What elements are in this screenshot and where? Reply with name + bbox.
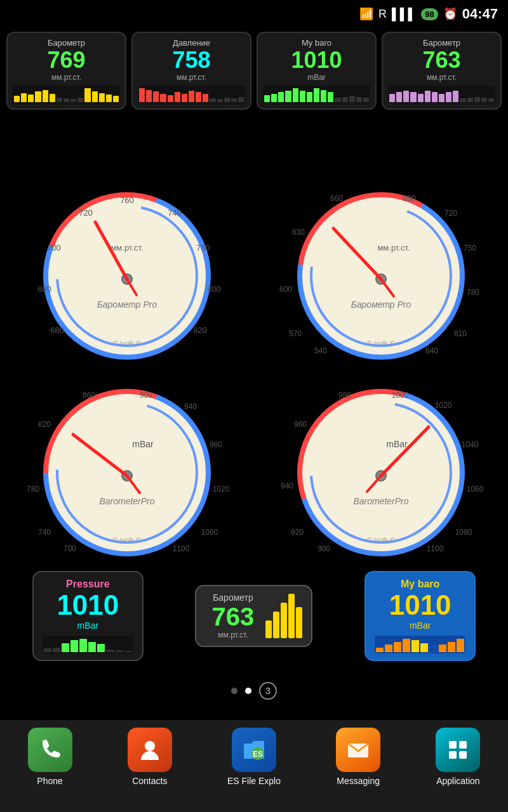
- svg-text:900: 900: [140, 391, 152, 400]
- svg-text:1040: 1040: [462, 440, 479, 449]
- gauge-2[interactable]: 690 720 660 630 750 780 810 600 570 540 …: [267, 184, 495, 368]
- svg-text:540: 540: [314, 346, 327, 355]
- svg-text:600: 600: [279, 285, 292, 294]
- application-icon[interactable]: [436, 728, 480, 772]
- page-dot-1[interactable]: [231, 688, 237, 694]
- svg-text:BarometerPro: BarometerPro: [99, 496, 154, 506]
- widget-3-value: 1010: [291, 49, 342, 72]
- svg-text:960: 960: [294, 420, 307, 429]
- svg-text:ES: ES: [253, 750, 263, 759]
- gauge-2-svg: 690 720 660 630 750 780 810 600 570 540 …: [273, 187, 489, 365]
- widget-pressure-1[interactable]: Давление 758 мм.рт.ст.: [131, 32, 251, 110]
- svg-text:1060: 1060: [467, 485, 484, 494]
- widget-3-unit: mBar: [307, 73, 326, 82]
- widget-bottom-2-vbars: [265, 594, 302, 638]
- widget-bottom-3-value: 1010: [389, 590, 451, 620]
- svg-text:© ivolk ©: © ivolk ©: [367, 339, 395, 347]
- svg-rect-88: [449, 751, 457, 759]
- page-dot-3[interactable]: 3: [259, 682, 277, 700]
- svg-rect-87: [459, 741, 467, 749]
- dock-phone[interactable]: Phone: [28, 728, 72, 786]
- svg-text:740: 740: [38, 528, 51, 537]
- dock-es[interactable]: ES ES File Explo: [227, 728, 281, 786]
- svg-text:820: 820: [38, 420, 51, 429]
- widget-2-barchart: [138, 86, 245, 103]
- svg-text:мм.рт.ст.: мм.рт.ст.: [110, 243, 143, 252]
- svg-text:750: 750: [464, 244, 476, 252]
- svg-text:920: 920: [291, 528, 304, 537]
- svg-text:1060: 1060: [201, 528, 218, 537]
- widget-bottom-3-bars: [375, 636, 465, 653]
- widget-2-label: Давление: [173, 38, 210, 48]
- svg-text:© ivolk ©: © ivolk ©: [367, 536, 395, 544]
- widget-1-value: 769: [47, 49, 85, 72]
- widget-4-label: Барометр: [423, 38, 460, 48]
- widget-1-unit: мм.рт.ст.: [51, 73, 81, 82]
- svg-text:740: 740: [168, 208, 182, 218]
- svg-text:© ivolk ©: © ivolk ©: [113, 536, 141, 544]
- widget-barometer-2[interactable]: Барометр 763 мм.рт.ст.: [382, 32, 502, 110]
- svg-text:Барометр Pro: Барометр Pro: [97, 299, 157, 310]
- gauge-4-svg: 1000 1020 980 960 1040 1060 1080 940 920…: [273, 384, 489, 561]
- dock-contacts[interactable]: Contacts: [128, 728, 172, 786]
- dock-messaging[interactable]: Messaging: [336, 728, 380, 786]
- dock-phone-label: Phone: [37, 776, 62, 786]
- svg-text:700: 700: [64, 544, 76, 553]
- svg-text:1080: 1080: [455, 528, 472, 537]
- widget-barometer-bottom[interactable]: Барометр 763 мм.рт.ст.: [195, 585, 312, 647]
- contacts-icon[interactable]: [128, 728, 172, 772]
- dock-es-label: ES File Explo: [227, 776, 281, 786]
- svg-text:700: 700: [47, 243, 61, 252]
- svg-text:840: 840: [425, 346, 438, 355]
- top-widgets-row: Барометр 769 мм.рт.ст. Давление 758 мм.р…: [6, 32, 502, 110]
- svg-text:780: 780: [27, 485, 39, 494]
- status-time: 04:47: [462, 6, 498, 22]
- svg-rect-89: [459, 751, 467, 759]
- phone-icon[interactable]: [28, 728, 72, 772]
- signal-icon: 📶: [359, 7, 373, 21]
- widget-3-label: My baro: [302, 38, 331, 48]
- svg-text:810: 810: [454, 329, 467, 338]
- widget-pressure-bottom[interactable]: Pressure 1010 mBar: [32, 571, 144, 661]
- svg-text:1000: 1000: [392, 391, 409, 400]
- dock-application[interactable]: Application: [436, 728, 480, 786]
- widget-bottom-2-label: Барометр: [213, 593, 253, 603]
- svg-text:780: 780: [196, 243, 210, 252]
- page-indicator: 3: [0, 682, 508, 700]
- widget-bottom-2-value: 763: [212, 603, 255, 631]
- gauge-3[interactable]: 900 940 860 820 980 1020 1060 780 740 70…: [13, 381, 241, 565]
- widget-bottom-3-label: My baro: [401, 579, 439, 590]
- dock-contacts-label: Contacts: [132, 776, 167, 786]
- widget-1-barchart: [13, 86, 120, 103]
- widget-2-unit: мм.рт.ст.: [177, 73, 206, 82]
- widget-4-unit: мм.рт.ст.: [427, 73, 457, 82]
- alarm-icon: ⏰: [443, 7, 457, 21]
- svg-text:1020: 1020: [435, 401, 452, 410]
- widget-2-value: 758: [172, 49, 210, 72]
- gauges-top-row: 760 740 720 780 800 820 700 680 680 мм.р…: [0, 184, 508, 368]
- gauge-4[interactable]: 1000 1020 980 960 1040 1060 1080 940 920…: [267, 381, 495, 565]
- es-file-icon[interactable]: ES: [232, 728, 276, 772]
- widget-bottom-2-unit: мм.рт.ст.: [218, 631, 248, 639]
- svg-text:1100: 1100: [427, 544, 444, 553]
- messaging-icon[interactable]: [336, 728, 380, 772]
- status-bar: 📶 R ▌▌▌ 98 ⏰ 04:47: [0, 0, 508, 28]
- svg-text:940: 940: [281, 481, 293, 490]
- widget-barometer-1[interactable]: Барометр 769 мм.рт.ст.: [6, 32, 126, 110]
- svg-text:940: 940: [184, 402, 197, 411]
- svg-text:720: 720: [79, 208, 93, 218]
- signal-bars-icon: ▌▌▌: [392, 8, 416, 21]
- widget-bottom-1-label: Pressure: [66, 579, 110, 590]
- page-dot-2[interactable]: [245, 688, 251, 694]
- svg-text:980: 980: [210, 440, 222, 449]
- svg-text:820: 820: [193, 325, 207, 335]
- gauge-1[interactable]: 760 740 720 780 800 820 700 680 680 мм.р…: [13, 184, 241, 368]
- svg-text:980: 980: [338, 391, 351, 400]
- gauge-1-svg: 760 740 720 780 800 820 700 680 680 мм.р…: [19, 187, 235, 365]
- svg-text:690: 690: [403, 194, 416, 203]
- svg-text:680: 680: [37, 284, 51, 294]
- widget-mybaro-bottom[interactable]: My baro 1010 mBar: [364, 571, 476, 661]
- svg-text:Барометр Pro: Барометр Pro: [351, 299, 411, 310]
- widget-mybaro-1[interactable]: My baro 1010 mBar: [257, 32, 377, 110]
- svg-text:630: 630: [292, 228, 305, 237]
